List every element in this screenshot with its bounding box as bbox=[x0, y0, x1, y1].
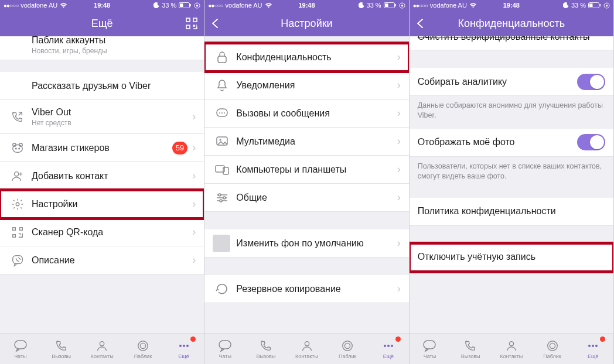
row-sticker-store[interactable]: Магазин стикеров 59 › bbox=[0, 134, 204, 162]
tab-calls[interactable]: Вызовы bbox=[450, 334, 491, 364]
row-label: Собирать аналитику bbox=[418, 77, 577, 87]
svg-rect-28 bbox=[395, 4, 396, 6]
tab-calls[interactable]: Вызовы bbox=[41, 334, 82, 364]
status-bar: ●●○○○ vodafone AU 19:48 33 % bbox=[204, 0, 408, 11]
back-button[interactable] bbox=[415, 11, 426, 36]
viber-icon bbox=[8, 254, 27, 267]
svg-point-38 bbox=[223, 197, 226, 199]
carrier-label: vodafone AU bbox=[21, 2, 57, 9]
row-privacy[interactable]: Конфиденциальность › bbox=[204, 43, 408, 71]
devices-icon bbox=[213, 164, 231, 175]
svg-rect-43 bbox=[345, 343, 350, 348]
svg-point-34 bbox=[220, 139, 221, 140]
row-label: Отображать моё фото bbox=[418, 137, 577, 147]
more-icon bbox=[381, 339, 395, 352]
qr-icon[interactable] bbox=[185, 11, 198, 36]
tab-contacts[interactable]: Контакты bbox=[81, 334, 122, 364]
row-analytics[interactable]: Собирать аналитику bbox=[410, 68, 613, 96]
more-icon bbox=[586, 339, 600, 352]
row-tell-friends[interactable]: Рассказать друзьям о Viber bbox=[0, 72, 204, 100]
chevron-right-icon: › bbox=[192, 142, 196, 154]
screen-privacy: ●●○○○ vodafone AU 19:48 33 % Конфиденциа… bbox=[410, 0, 614, 364]
svg-point-58 bbox=[595, 345, 598, 347]
svg-point-20 bbox=[100, 341, 104, 345]
svg-point-14 bbox=[16, 202, 19, 206]
svg-rect-2 bbox=[190, 4, 192, 6]
tab-chats[interactable]: Чаты bbox=[410, 334, 451, 364]
row-computers[interactable]: Компьютеры и планшеты › bbox=[204, 156, 408, 184]
row-settings[interactable]: Настройки › bbox=[0, 190, 204, 218]
row-label: Описание bbox=[32, 255, 192, 266]
add-contact-icon bbox=[8, 170, 27, 183]
tab-chats[interactable]: Чаты bbox=[204, 334, 245, 364]
back-button[interactable] bbox=[210, 11, 221, 36]
tab-public[interactable]: Паблик bbox=[122, 334, 163, 364]
row-label: Отключить учётную запись bbox=[418, 252, 605, 262]
row-notifications[interactable]: Уведомления › bbox=[204, 71, 408, 99]
person-icon bbox=[505, 339, 518, 352]
row-wallpaper[interactable]: Изменить фон по умолчанию › bbox=[204, 229, 408, 257]
analytics-note: Данные собираются анонимно для улучшения… bbox=[410, 96, 613, 129]
tab-more[interactable]: Ещё bbox=[572, 334, 613, 364]
row-general[interactable]: Общие › bbox=[204, 184, 408, 212]
row-label: Viber Out Нет средств bbox=[32, 107, 192, 127]
clock: 19:48 bbox=[94, 2, 110, 9]
badge-count: 59 bbox=[172, 142, 187, 154]
signal-icon: ●●○○○ bbox=[413, 2, 428, 9]
row-deactivate[interactable]: Отключить учётную запись bbox=[410, 243, 613, 272]
chevron-right-icon: › bbox=[397, 237, 401, 249]
public-icon bbox=[546, 339, 559, 352]
svg-rect-5 bbox=[186, 18, 190, 22]
row-viber-out[interactable]: Viber Out Нет средств › bbox=[0, 100, 204, 134]
battery-icon bbox=[384, 2, 397, 8]
clock: 19:48 bbox=[503, 2, 520, 9]
screen-settings: ●●○○○ vodafone AU 19:48 33 % Настройки К… bbox=[204, 0, 409, 364]
chevron-right-icon: › bbox=[397, 191, 401, 204]
svg-rect-22 bbox=[140, 343, 145, 348]
screen-more: ●●○○○ vodafone AU 19:48 33 % Ещё bbox=[0, 0, 204, 364]
row-privacy-policy[interactable]: Политика конфиденциальности bbox=[410, 198, 613, 226]
moon-icon bbox=[154, 2, 159, 8]
status-bar: ●●○○○ vodafone AU 19:48 33 % bbox=[0, 0, 204, 11]
tab-more[interactable]: Ещё bbox=[163, 334, 204, 364]
svg-rect-42 bbox=[343, 341, 353, 351]
svg-point-25 bbox=[186, 345, 189, 347]
status-bar: ●●○○○ vodafone AU 19:48 33 % bbox=[410, 0, 613, 11]
svg-rect-1 bbox=[180, 4, 183, 7]
battery-icon bbox=[588, 2, 601, 8]
chat-bubble-icon bbox=[213, 108, 231, 119]
row-clear-verified[interactable]: Очистить верифицированные контакты bbox=[410, 36, 613, 50]
toggle-show-photo[interactable] bbox=[577, 134, 605, 150]
row-show-photo[interactable]: Отображать моё фото bbox=[410, 129, 613, 157]
toggle-analytics[interactable] bbox=[577, 74, 605, 90]
page-title: Ещё bbox=[91, 18, 113, 30]
row-calls-messages[interactable]: Вызовы и сообщения › bbox=[204, 99, 408, 128]
svg-rect-30 bbox=[401, 5, 403, 6]
svg-point-57 bbox=[592, 345, 594, 347]
rotation-lock-icon bbox=[603, 2, 610, 9]
row-label: Конфиденциальность bbox=[236, 52, 397, 63]
show-photo-note: Пользователи, которых нет в списке ваших… bbox=[410, 157, 613, 190]
row-label: Сканер QR-кода bbox=[32, 227, 192, 238]
row-add-contact[interactable]: Добавить контакт › bbox=[0, 162, 204, 190]
content-list: Очистить верифицированные контакты Собир… bbox=[410, 36, 613, 334]
row-media[interactable]: Мультимедиа › bbox=[204, 128, 408, 156]
tab-contacts[interactable]: Контакты bbox=[286, 334, 328, 364]
tab-calls[interactable]: Вызовы bbox=[245, 334, 286, 364]
chevron-right-icon: › bbox=[397, 163, 401, 176]
tab-public[interactable]: Паблик bbox=[532, 334, 573, 364]
tab-chats[interactable]: Чаты bbox=[0, 334, 41, 364]
row-about[interactable]: Описание › bbox=[0, 246, 204, 274]
svg-rect-51 bbox=[606, 5, 608, 6]
row-backup[interactable]: Резервное копирование › bbox=[204, 275, 408, 303]
rotation-lock-icon bbox=[194, 2, 200, 9]
tab-contacts[interactable]: Контакты bbox=[491, 334, 532, 364]
signal-icon: ●●○○○ bbox=[4, 2, 18, 9]
tab-public[interactable]: Паблик bbox=[327, 334, 368, 364]
cutoff-public-accounts[interactable]: Паблик аккаунты Новости, игры, бренды bbox=[0, 36, 204, 60]
tab-more[interactable]: Ещё bbox=[368, 334, 409, 364]
backup-icon bbox=[213, 283, 231, 295]
moon-icon bbox=[359, 2, 364, 8]
svg-point-41 bbox=[305, 341, 309, 345]
row-qr-scanner[interactable]: Сканер QR-кода › bbox=[0, 218, 204, 246]
